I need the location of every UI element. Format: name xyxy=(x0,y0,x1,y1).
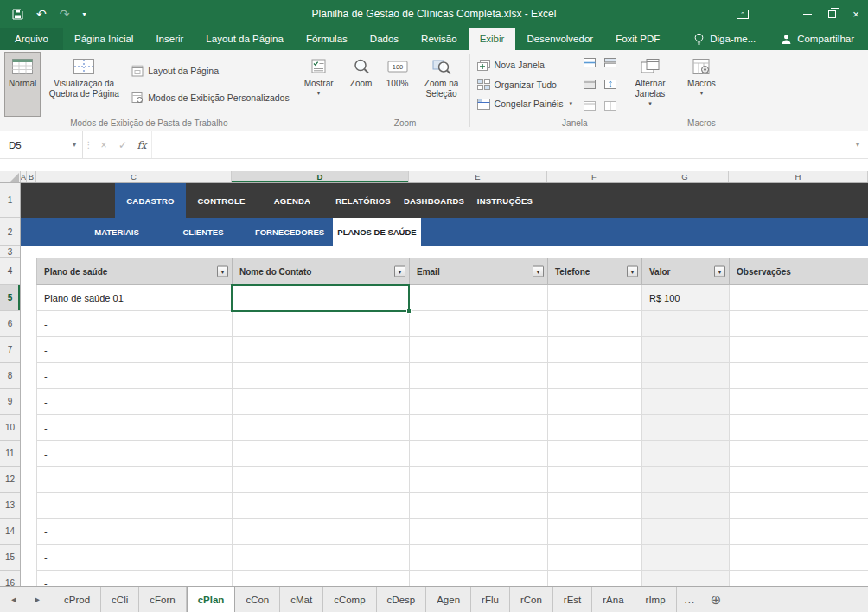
cell[interactable] xyxy=(410,545,548,570)
minimize-button[interactable] xyxy=(795,0,820,28)
filter-button[interactable]: ▼ xyxy=(217,266,228,277)
cell[interactable] xyxy=(730,571,868,586)
cell[interactable] xyxy=(233,363,410,388)
cell[interactable] xyxy=(410,467,548,492)
unhide-window-button[interactable] xyxy=(580,95,599,116)
cell[interactable] xyxy=(642,337,730,362)
new-sheet-button[interactable]: ⊕ xyxy=(703,587,729,612)
cell[interactable] xyxy=(730,415,868,440)
column-header-g[interactable]: G xyxy=(641,171,729,182)
cell[interactable] xyxy=(548,415,642,440)
cell[interactable] xyxy=(730,519,868,544)
tell-me-box[interactable]: Diga-me... xyxy=(693,28,756,50)
ribbon-tab-arquivo[interactable]: Arquivo xyxy=(0,28,63,50)
column-header-c[interactable]: C xyxy=(36,171,232,182)
cell[interactable] xyxy=(730,441,868,466)
cell[interactable] xyxy=(410,493,548,518)
app-tab-agenda[interactable]: AGENDA xyxy=(257,183,328,218)
sheet-tabs-overflow-button[interactable]: ... xyxy=(677,587,704,612)
confirm-entry-button[interactable]: ✓ xyxy=(113,131,132,158)
row-header-16[interactable]: 16 xyxy=(0,571,20,586)
cell[interactable] xyxy=(410,441,548,466)
restore-button[interactable] xyxy=(820,0,844,28)
cell[interactable] xyxy=(548,467,642,492)
row-header-9[interactable]: 9 xyxy=(0,389,20,415)
cell[interactable] xyxy=(233,311,410,336)
ribbon-tab-formulas[interactable]: Fórmulas xyxy=(295,28,359,50)
sheet-tab-cforn[interactable]: cForn xyxy=(139,587,186,612)
sheet-tab-agen[interactable]: Agen xyxy=(426,587,471,612)
sheet-tab-rflu[interactable]: rFlu xyxy=(471,587,510,612)
cell[interactable] xyxy=(233,571,410,586)
cell[interactable]: - xyxy=(37,415,233,440)
cell[interactable] xyxy=(642,545,730,570)
zoom-to-selection-button[interactable]: Zoom na Seleção xyxy=(417,52,467,117)
sheet-tab-rimp[interactable]: rImp xyxy=(635,587,677,612)
sheet-tab-ccomp[interactable]: cComp xyxy=(323,587,376,612)
filter-button[interactable]: ▼ xyxy=(714,266,725,277)
row-header-1[interactable]: 1 xyxy=(0,183,20,218)
ribbon-tab-dados[interactable]: Dados xyxy=(359,28,410,50)
cell[interactable]: - xyxy=(37,545,233,570)
page-break-preview-button[interactable]: Visualização da Quebra de Página xyxy=(42,52,125,117)
cell[interactable]: - xyxy=(37,571,233,586)
sheet-tab-rcon[interactable]: rCon xyxy=(510,587,553,612)
reset-window-position-button[interactable] xyxy=(601,95,620,116)
row-header-10[interactable]: 10 xyxy=(0,415,20,441)
sheet-nav-left-button[interactable]: ◂ xyxy=(11,594,16,605)
sheet-tab-ccon[interactable]: cCon xyxy=(235,587,280,612)
arrange-all-button[interactable]: Organizar Tudo xyxy=(473,78,577,91)
cell[interactable] xyxy=(642,311,730,336)
view-side-by-side-button[interactable] xyxy=(601,53,620,73)
ribbon-tab-layout-da-pagina[interactable]: Layout da Página xyxy=(195,28,295,50)
cell[interactable] xyxy=(233,285,410,310)
freeze-panes-button[interactable]: Congelar Painéis ▾ xyxy=(473,98,577,111)
formula-bar-expand-button[interactable]: ▾ xyxy=(847,131,868,158)
cell[interactable]: - xyxy=(37,311,233,336)
cell[interactable] xyxy=(548,545,642,570)
insert-function-button[interactable]: fx xyxy=(132,131,151,158)
app-tab-controle[interactable]: CONTROLE xyxy=(186,183,257,218)
sheet-tab-cmat[interactable]: cMat xyxy=(280,587,323,612)
cell[interactable] xyxy=(642,389,730,414)
cell[interactable] xyxy=(548,519,642,544)
cell[interactable] xyxy=(410,337,548,362)
filter-button[interactable]: ▼ xyxy=(533,266,544,277)
macros-button[interactable]: Macros ▾ xyxy=(683,52,720,117)
qat-customize-button[interactable]: ▾ xyxy=(82,10,86,18)
hide-window-button[interactable] xyxy=(580,74,599,95)
cell[interactable] xyxy=(642,571,730,586)
close-button[interactable]: × xyxy=(844,0,868,28)
cell[interactable] xyxy=(548,363,642,388)
undo-button[interactable]: ↶ xyxy=(36,7,47,21)
subtab-fornecedores[interactable]: FORNECEDORES xyxy=(246,218,333,246)
row-header-6[interactable]: 6 xyxy=(0,311,20,337)
row-header-3[interactable]: 3 xyxy=(0,246,20,258)
cell[interactable] xyxy=(548,441,642,466)
cell[interactable] xyxy=(410,363,548,388)
cell[interactable] xyxy=(730,311,868,336)
cell[interactable] xyxy=(730,545,868,570)
cell[interactable] xyxy=(410,519,548,544)
column-header-f[interactable]: F xyxy=(547,171,641,182)
zoom-button[interactable]: Zoom xyxy=(344,52,379,117)
cell[interactable] xyxy=(233,545,410,570)
save-button[interactable] xyxy=(12,9,23,20)
sheet-tab-rana[interactable]: rAna xyxy=(592,587,635,612)
ribbon-tab-foxit-pdf[interactable]: Foxit PDF xyxy=(604,28,671,50)
split-button[interactable] xyxy=(580,53,599,73)
column-header-d[interactable]: D xyxy=(232,171,409,182)
redo-button[interactable]: ↷ xyxy=(60,7,70,21)
normal-view-button[interactable]: Normal xyxy=(4,52,41,117)
sheet-tab-ccli[interactable]: cCli xyxy=(101,587,139,612)
cell[interactable]: - xyxy=(37,467,233,492)
cell[interactable]: - xyxy=(37,441,233,466)
cell[interactable] xyxy=(233,415,410,440)
row-header-15[interactable]: 15 xyxy=(0,545,20,571)
cell[interactable]: Plano de saúde 01 xyxy=(37,285,233,310)
cell[interactable] xyxy=(410,311,548,336)
cell[interactable]: - xyxy=(37,519,233,544)
cell[interactable] xyxy=(548,285,642,310)
zoom-100-button[interactable]: 100 100% xyxy=(380,52,415,117)
column-header-e[interactable]: E xyxy=(409,171,547,182)
